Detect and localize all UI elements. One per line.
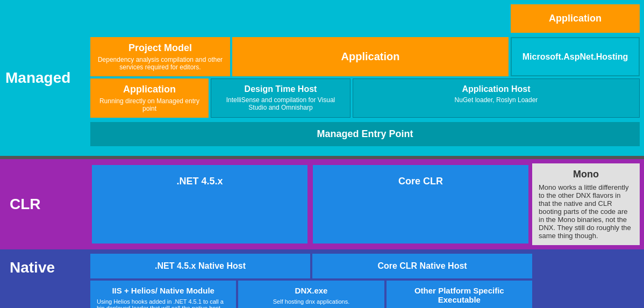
mono-title: Mono <box>539 169 633 180</box>
design-time-box: Design Time Host IntelliSense and compil… <box>211 78 350 118</box>
design-time-subtitle: IntelliSense and compilation for Visual … <box>218 96 344 111</box>
application-orange-box: Application <box>232 37 509 76</box>
clr-label: CLR <box>4 196 90 213</box>
core-clr-native-box: Core CLR Native Host <box>312 254 532 278</box>
native-inner: .NET 4.5.x Native Host Core CLR Native H… <box>90 254 532 308</box>
project-model-box: Project Model Dependency analysis compil… <box>90 37 230 76</box>
iis-subtitle: Using Helios hooks added in .NET 4.5.1 t… <box>97 298 230 308</box>
app-host-subtitle: NuGet loader, Roslyn Loader <box>360 96 633 104</box>
project-model-subtitle: Dependency analysis compilation and othe… <box>97 56 224 71</box>
dnx-box: DNX.exe Self hosting dnx applications. <box>238 281 384 308</box>
clr-section: CLR .NET 4.5.x Core CLR Mono Mono works … <box>0 159 644 249</box>
design-time-title: Design Time Host <box>218 84 344 94</box>
app-running-box: Application Running directly on Managed … <box>90 78 209 118</box>
core-clr-box: Core CLR <box>311 163 530 245</box>
top-app-row: Application <box>90 4 640 33</box>
core-clr-label: Core CLR <box>398 176 443 187</box>
application-top-box: Application <box>511 4 640 33</box>
dnx-subtitle: Self hosting dnx applications. <box>245 298 377 305</box>
main-container: Managed Application Project Model Depend… <box>0 0 644 308</box>
managed-inner: Application Project Model Dependency ana… <box>90 4 640 146</box>
clr-inner: .NET 4.5.x Core CLR Mono Mono works a li… <box>90 163 640 245</box>
ms-hosting-box: Microsoft.AspNet.Hosting <box>511 37 640 76</box>
dnx-title: DNX.exe <box>245 286 377 295</box>
other-platform-title: Other Platform Specific Executable <box>393 286 526 304</box>
native-bottom-row: IIS + Helios/ Native Module Using Helios… <box>90 281 532 308</box>
third-row: Application Running directly on Managed … <box>90 78 640 118</box>
app-running-title: Application <box>97 84 202 95</box>
native-label: Native <box>4 254 90 276</box>
app-host-title: Application Host <box>360 84 633 94</box>
managed-entry-point: Managed Entry Point <box>90 122 640 146</box>
app-running-subtitle: Running directly on Managed entry point <box>97 97 202 112</box>
managed-section: Managed Application Project Model Depend… <box>0 0 644 156</box>
managed-label: Managed <box>5 69 70 87</box>
native-top-row: .NET 4.5.x Native Host Core CLR Native H… <box>90 254 532 278</box>
second-row: Project Model Dependency analysis compil… <box>90 37 640 76</box>
iis-box: IIS + Helios/ Native Module Using Helios… <box>90 281 236 308</box>
mono-subtitle: Mono works a little differently to the o… <box>539 183 633 240</box>
core-clr-native-label: Core CLR Native Host <box>377 261 467 270</box>
ms-hosting-label: Microsoft.AspNet.Hosting <box>523 52 628 62</box>
net45-box: .NET 4.5.x <box>90 163 309 245</box>
mono-box: Mono Mono works a little differently to … <box>532 163 640 245</box>
native-section: Native .NET 4.5.x Native Host Core CLR N… <box>0 249 644 308</box>
net45-native-box: .NET 4.5.x Native Host <box>90 254 310 278</box>
application-orange-label: Application <box>341 51 400 63</box>
net45-native-label: .NET 4.5.x Native Host <box>155 261 246 270</box>
project-model-title: Project Model <box>97 42 224 54</box>
other-platform-box: Other Platform Specific Executable DNX.e… <box>387 281 532 308</box>
iis-title: IIS + Helios/ Native Module <box>97 286 230 295</box>
net45-label: .NET 4.5.x <box>176 176 223 187</box>
app-host-box: Application Host NuGet loader, Roslyn Lo… <box>353 78 640 118</box>
application-top-label: Application <box>549 13 602 24</box>
